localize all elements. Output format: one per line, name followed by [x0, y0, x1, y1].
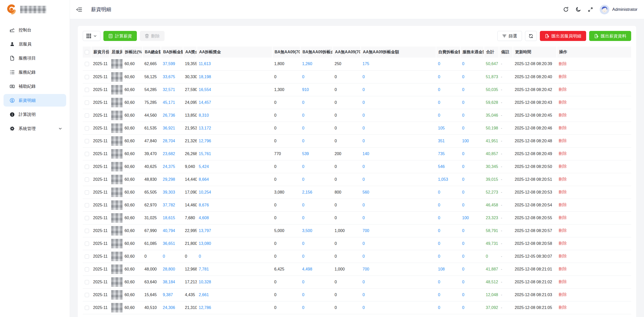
cell-ba_split[interactable]: 29,298	[161, 173, 183, 186]
row-checkbox[interactable]	[85, 165, 89, 169]
cell-aa_split[interactable]: 14,457	[197, 96, 272, 109]
export-salary-data-button[interactable]: 匯出薪資資料	[589, 31, 631, 41]
select-all-checkbox[interactable]	[85, 50, 89, 54]
cell-aa_split[interactable]: 13,797	[197, 224, 272, 237]
delete-row-link[interactable]: 刪除	[559, 62, 567, 66]
cell-ba_no_split[interactable]: 0	[300, 134, 333, 147]
cell-aa_split[interactable]: 16,554	[197, 83, 272, 96]
row-checkbox[interactable]	[85, 62, 89, 66]
cell-ba_split[interactable]: 9,387	[161, 288, 183, 301]
cell-aa_split[interactable]: 11,613	[197, 58, 272, 70]
cell-miss[interactable]: 0	[460, 186, 484, 199]
cell-aa_split[interactable]: 4,608	[197, 211, 272, 224]
sidebar-item-banknote[interactable]: 補助紀錄	[4, 80, 66, 93]
cell-miss[interactable]: 0	[460, 58, 484, 70]
cell-miss[interactable]: 100	[460, 134, 484, 147]
delete-row-link[interactable]: 刪除	[559, 151, 567, 156]
user-name[interactable]: Administrator	[612, 7, 637, 12]
cell-ba_split[interactable]: 37,782	[161, 199, 183, 211]
cell-self_split[interactable]: 0	[436, 58, 460, 70]
cell-miss[interactable]: 0	[460, 173, 484, 186]
cell-aa_split[interactable]: 8,310	[197, 109, 272, 122]
cell-aa_no_split[interactable]: 560	[360, 186, 436, 199]
row-checkbox[interactable]	[85, 139, 89, 143]
row-checkbox[interactable]	[85, 88, 89, 92]
sidebar-item-dollar-circle[interactable]: 薪資明細	[4, 94, 66, 107]
row-checkbox[interactable]	[85, 280, 89, 284]
cell-aa_split[interactable]: 2,661	[197, 288, 272, 301]
row-checkbox[interactable]	[85, 267, 89, 271]
cell-aa_split[interactable]: 12,786	[197, 301, 272, 314]
delete-row-link[interactable]: 刪除	[559, 254, 567, 258]
cell-aa_no_split[interactable]: 0	[360, 301, 436, 314]
cell-ba_no_split[interactable]: 2,156	[300, 186, 333, 199]
cell-miss[interactable]: 0	[460, 70, 484, 83]
cell-self_split[interactable]: 0	[436, 250, 460, 263]
cell-ba_no_split[interactable]: 0	[300, 288, 333, 301]
delete-row-link[interactable]: 刪除	[559, 190, 567, 194]
delete-row-link[interactable]: 刪除	[559, 100, 567, 104]
row-checkbox[interactable]	[85, 242, 89, 246]
refresh-page-icon[interactable]	[563, 7, 569, 12]
cell-self_split[interactable]: 0	[436, 276, 460, 288]
cell-aa_split[interactable]: 10,328	[197, 276, 272, 288]
delete-row-link[interactable]: 刪除	[559, 267, 567, 271]
cell-ba_no_split[interactable]: 0	[300, 199, 333, 211]
cell-ba_no_split[interactable]: 0	[300, 160, 333, 173]
sidebar-collapse-icon[interactable]	[76, 6, 83, 13]
delete-row-link[interactable]: 刪除	[559, 126, 567, 130]
cell-miss[interactable]: 0	[460, 288, 484, 301]
cell-self_split[interactable]: 0	[436, 211, 460, 224]
cell-aa_split[interactable]: 0	[197, 250, 272, 263]
fullscreen-icon[interactable]	[588, 7, 593, 12]
cell-miss[interactable]: 0	[460, 147, 484, 160]
row-checkbox[interactable]	[85, 306, 89, 310]
cell-ba_no_split[interactable]: 0	[300, 237, 333, 250]
cell-self_split[interactable]: 0	[436, 96, 460, 109]
cell-ba_split[interactable]: 36,921	[161, 122, 183, 134]
user-avatar[interactable]	[600, 5, 609, 14]
cell-ba_no_split[interactable]: 539	[300, 147, 333, 160]
cell-miss[interactable]: 0	[460, 160, 484, 173]
cell-miss[interactable]: 0	[460, 122, 484, 134]
delete-row-link[interactable]: 刪除	[559, 203, 567, 207]
row-checkbox[interactable]	[85, 101, 89, 105]
sidebar-item-document[interactable]: 服務項目	[4, 52, 66, 64]
sidebar-item-info-circle[interactable]: 計算說明	[4, 108, 66, 121]
cell-ba_split[interactable]: 28,800	[161, 263, 183, 276]
cell-aa_no_split[interactable]: 0	[360, 250, 436, 263]
delete-row-link[interactable]: 刪除	[559, 164, 567, 168]
cell-self_split[interactable]: 0	[436, 83, 460, 96]
cell-ba_split[interactable]: 38,184	[161, 276, 183, 288]
cell-ba_no_split[interactable]: 0	[300, 250, 333, 263]
cell-miss[interactable]: 0	[460, 109, 484, 122]
row-checkbox[interactable]	[85, 177, 89, 182]
cell-ba_no_split[interactable]: 3,500	[300, 224, 333, 237]
delete-row-link[interactable]: 刪除	[559, 74, 567, 79]
cell-aa_no_split[interactable]: 175	[360, 58, 436, 70]
cell-aa_no_split[interactable]: 0	[360, 237, 436, 250]
refresh-table-button[interactable]	[525, 31, 537, 41]
row-checkbox[interactable]	[85, 190, 89, 195]
cell-ba_no_split[interactable]: 1,260	[300, 58, 333, 70]
sidebar-item-person[interactable]: 居服員	[4, 38, 66, 50]
cell-miss[interactable]: 0	[460, 276, 484, 288]
cell-aa_no_split[interactable]: 700	[360, 263, 436, 276]
calculate-salary-button[interactable]: 計算薪資	[103, 31, 137, 41]
cell-ba_no_split[interactable]: 0	[300, 70, 333, 83]
sidebar-item-line-chart[interactable]: 控制台	[4, 24, 66, 36]
cell-miss[interactable]: 0	[460, 237, 484, 250]
cell-ba_no_split[interactable]: 0	[300, 276, 333, 288]
cell-ba_split[interactable]: 37,599	[161, 58, 183, 70]
cell-aa_split[interactable]: 8,676	[197, 199, 272, 211]
cell-aa_split[interactable]: 8,664	[197, 173, 272, 186]
row-checkbox[interactable]	[85, 126, 89, 130]
cell-self_split[interactable]: 0	[436, 288, 460, 301]
cell-ba_split[interactable]: 36,651	[161, 237, 183, 250]
sidebar-item-gear[interactable]: 系統管理	[4, 122, 66, 135]
cell-aa_no_split[interactable]: 0	[360, 83, 436, 96]
cell-ba_split[interactable]: 45,171	[161, 96, 183, 109]
cell-aa_split[interactable]: 15,761	[197, 147, 272, 160]
cell-self_split[interactable]: 1,053	[436, 173, 460, 186]
delete-row-link[interactable]: 刪除	[559, 280, 567, 284]
